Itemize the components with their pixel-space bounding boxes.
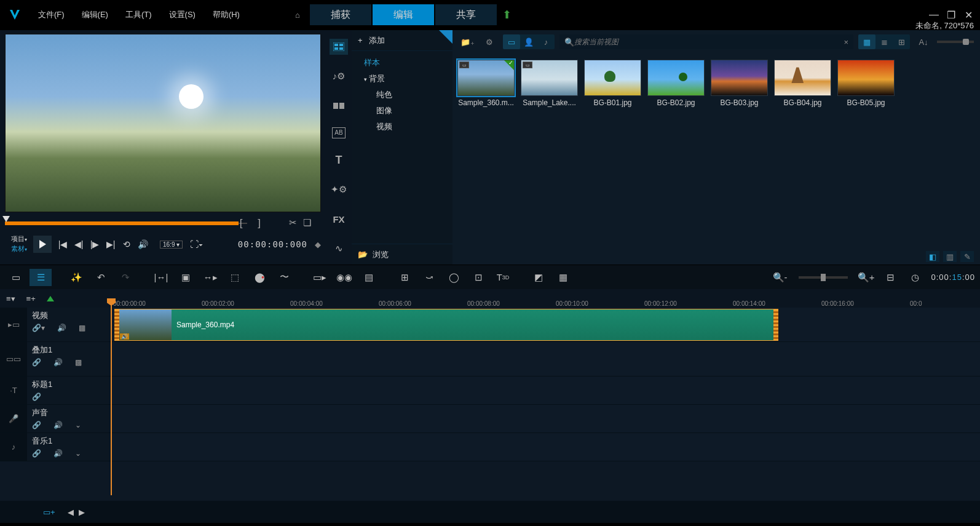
track-lane[interactable] (111, 433, 980, 461)
maximize-button[interactable]: ❐ (944, 9, 958, 21)
library-item[interactable]: BG-B01.jpg (584, 60, 641, 107)
tree-image[interactable]: 图像 (352, 103, 452, 119)
tool-fx-icon[interactable]: ✨ (65, 269, 87, 286)
track-icon-title[interactable]: ·T (0, 377, 27, 404)
mute-icon[interactable]: 🔊 (53, 449, 63, 458)
fx-slot-icon[interactable]: ▩ (79, 324, 85, 332)
tree-background[interactable]: ▾ 背景 (352, 71, 452, 87)
preview-canvas[interactable] (5, 34, 321, 212)
panel-edit-icon[interactable]: ✎ (960, 251, 974, 262)
track-icon-overlay[interactable]: ▭▭ (0, 342, 27, 376)
link-icon[interactable]: 🔗 (32, 421, 41, 429)
timeline-duration[interactable]: 0:00:15:00 (931, 273, 975, 282)
rail-overlay-icon[interactable]: ✦⚙ (330, 181, 348, 197)
library-search[interactable]: 🔍 × (559, 34, 853, 49)
settings-gear-icon[interactable]: ⚙ (481, 34, 498, 49)
duration-icon[interactable]: ◷ (904, 269, 927, 286)
loop-button[interactable]: ⟲ (122, 239, 132, 249)
page-next-icon[interactable]: ▶ (79, 508, 90, 517)
clip[interactable]: Sample_360.mp4 🔊 (114, 309, 778, 341)
track-lane[interactable] (111, 405, 980, 432)
rail-transition-icon[interactable] (330, 98, 348, 114)
rail-media-icon[interactable] (330, 39, 348, 55)
rail-path-icon[interactable]: ∿ (330, 241, 348, 257)
tool-resize-icon[interactable]: ⬚ (224, 269, 246, 286)
footer-add-track-icon[interactable]: ▭+ (43, 508, 55, 517)
view-list-icon[interactable]: ≣ (875, 34, 893, 49)
rail-audio-icon[interactable]: ♪⚙ (330, 68, 348, 84)
zoom-slider[interactable] (799, 276, 848, 279)
link-icon[interactable]: 🔗▾ (32, 324, 45, 332)
tool-audio-mixer-icon[interactable]: 〜 (273, 269, 295, 286)
link-icon[interactable]: 🔗 (32, 393, 41, 401)
expand-icon[interactable]: ⌄ (75, 421, 81, 429)
pin-icon[interactable] (439, 30, 452, 44)
track-add-icon[interactable]: ≡+ (26, 294, 36, 303)
clip-handle-right[interactable] (773, 309, 778, 340)
zoom-out-icon[interactable]: 🔍- (769, 269, 791, 286)
search-input[interactable] (574, 38, 844, 46)
tool-loop-icon[interactable]: ◯ (443, 269, 465, 286)
tool-speed-icon[interactable]: ⤻ (418, 269, 440, 286)
import-folder-icon[interactable]: 📁₊ (459, 34, 476, 49)
library-item[interactable]: ▭ Sample_360.m... (457, 60, 515, 107)
link-icon[interactable]: 🔗 (32, 449, 41, 458)
filter-photo-icon[interactable]: 👤 (520, 34, 537, 49)
fit-timeline-icon[interactable]: ⊟ (880, 269, 902, 286)
view-grid-icon[interactable]: ⊞ (893, 34, 910, 49)
fx-slot-icon[interactable]: ▩ (75, 358, 82, 367)
preview-mode-project[interactable]: 项目▾ (5, 234, 27, 244)
zoom-in-icon[interactable]: 🔍+ (855, 269, 877, 286)
clip-handle-left[interactable] (114, 309, 119, 340)
track-icon-sound[interactable]: 🎤 (0, 405, 27, 432)
thumb-size-slider[interactable] (937, 41, 974, 43)
search-clear-icon[interactable]: × (844, 38, 848, 47)
preview-timecode[interactable]: 00:00:00:000 (238, 239, 307, 249)
tool-filter-icon[interactable]: ▦ (552, 269, 574, 286)
aspect-ratio-selector[interactable]: 16:9 ▾ (160, 241, 183, 249)
prev-frame-button[interactable]: ◀| (74, 239, 84, 249)
tool-3d-title-icon[interactable]: T3D (492, 269, 514, 286)
library-item[interactable]: ▭ Sample_Lake.... (521, 60, 578, 107)
track-icon-music[interactable]: ♪ (0, 433, 27, 461)
storyboard-view-icon[interactable]: ▭ (5, 269, 27, 286)
tool-subtitle-icon[interactable]: ▤ (358, 269, 380, 286)
tool-mask-icon[interactable]: ◩ (528, 269, 550, 286)
volume-button[interactable]: 🔊 (138, 239, 148, 249)
preview-mode-clip[interactable]: 素材▾ (5, 244, 27, 254)
link-icon[interactable]: 🔗 (32, 358, 41, 367)
resize-preview-icon[interactable]: ⛶▾ (190, 239, 200, 249)
tool-multi-icon[interactable]: ◉◉ (333, 269, 355, 286)
menu-file[interactable]: 文件(F) (30, 5, 73, 25)
library-browse-button[interactable]: 📂 浏览 (352, 244, 452, 265)
go-start-button[interactable]: |◀ (58, 239, 68, 249)
sort-icon[interactable]: A↓ (915, 34, 932, 49)
mode-edit[interactable]: 编辑 (373, 4, 434, 25)
mode-capture[interactable]: 捕获 (310, 4, 371, 25)
tree-video[interactable]: 视频 (352, 119, 452, 135)
tree-samples[interactable]: 样本 (352, 55, 452, 71)
track-up-icon[interactable] (47, 296, 54, 301)
rail-fx-icon[interactable]: FX (330, 211, 348, 227)
library-item[interactable]: BG-B03.jpg (711, 60, 768, 107)
next-frame-button[interactable]: |▶ (90, 239, 100, 249)
minimize-button[interactable]: — (927, 9, 941, 20)
panel-toggle-1-icon[interactable]: ◧ (926, 251, 939, 262)
mode-share[interactable]: 共享 (435, 4, 497, 25)
page-prev-icon[interactable]: ◀ (68, 508, 79, 517)
snapshot-icon[interactable]: ❏ (303, 217, 317, 228)
rail-title-icon[interactable]: AB (332, 127, 346, 138)
playhead[interactable] (111, 298, 112, 495)
track-options-icon[interactable]: ≡▾ (6, 294, 15, 303)
timecode-stepper-icon[interactable]: ◆ (315, 240, 321, 249)
close-button[interactable]: ✕ (962, 9, 975, 21)
library-item[interactable]: BG-B04.jpg (774, 60, 831, 107)
tree-solid[interactable]: 纯色 (352, 87, 452, 103)
tool-chapter-icon[interactable]: ▭▸ (309, 269, 331, 286)
library-add-button[interactable]: + 添加 (352, 30, 452, 51)
home-button[interactable]: ⌂ (285, 10, 310, 20)
expand-icon[interactable]: ⌄ (75, 449, 81, 458)
mute-icon[interactable]: 🔊 (53, 421, 63, 429)
upload-icon[interactable]: ⬆ (498, 8, 516, 22)
tool-grid-icon[interactable]: ⊞ (393, 269, 416, 286)
